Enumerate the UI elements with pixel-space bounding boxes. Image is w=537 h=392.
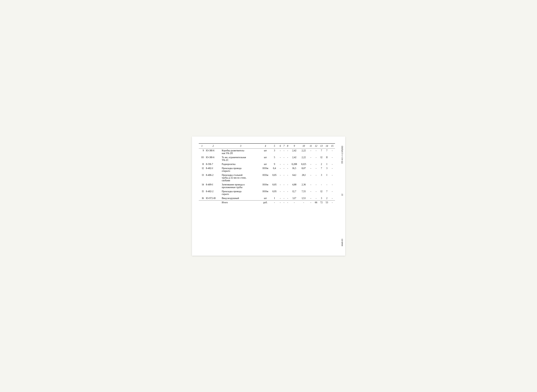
cell-4: IOOм: [260, 189, 270, 196]
cell-5: 5: [270, 155, 278, 162]
cell-13: 2: [319, 162, 324, 166]
cell-desc: Коробка разветвитель-ная УК-2П: [221, 149, 260, 155]
cell-8: -: [286, 189, 290, 196]
cell-15: -: [330, 166, 335, 173]
cell-4: шт: [260, 149, 270, 155]
cell-11: -: [308, 149, 313, 155]
cell-code: [205, 200, 221, 205]
cell-6: -: [278, 200, 282, 205]
cell-8: -: [286, 162, 290, 166]
cell-10: -: [299, 200, 308, 205]
cell-6: -: [278, 162, 282, 166]
table-row: I48-409-IЗатягивание провода впроложенны…: [199, 183, 335, 189]
cell-9: 3,I7: [290, 196, 299, 201]
col-header-11: 11: [308, 144, 313, 149]
cell-13: 7: [319, 166, 324, 173]
cell-5: 0,05: [270, 173, 278, 183]
cell-code: IO-38I-6: [205, 149, 221, 155]
cell-9: I2,7: [290, 189, 299, 196]
cell-10: 2,22: [299, 155, 308, 162]
cell-5: I: [270, 196, 278, 201]
col-header-2: 2: [205, 144, 221, 149]
cell-14: I: [324, 162, 330, 166]
main-table: 1 2 3 4 5 6 7 8 9 10 11 12 13 14 15 9IO-…: [199, 143, 335, 205]
cell-num: [199, 200, 205, 205]
cell-9: 2,42: [290, 149, 299, 155]
cell-desc: Прокладка проводаскрыто: [221, 189, 260, 196]
cell-7: -: [282, 173, 286, 183]
cell-12: -: [313, 173, 319, 183]
cell-9: -: [290, 200, 299, 205]
cell-num: I3: [199, 173, 205, 183]
cell-15: -: [330, 200, 335, 205]
cell-11: -: [308, 183, 313, 189]
col-header-6: 6: [278, 144, 282, 149]
col-header-15: 15: [330, 144, 335, 149]
table-row: I58-402-2Прокладка проводаскрытоIOOм0,95…: [199, 189, 335, 196]
label-bottom: 6640-03: [341, 239, 344, 246]
col-header-7: 7: [282, 144, 286, 149]
cell-14: I: [324, 173, 330, 183]
cell-4: руб.: [260, 200, 270, 205]
cell-6: -: [278, 183, 282, 189]
cell-14: 7: [324, 149, 330, 155]
table-row: I6IO-972-I8Ввод воздушныйштI---3,I7I,53-…: [199, 196, 335, 201]
cell-10: I,53: [299, 196, 308, 201]
cell-num: I6: [199, 196, 205, 201]
cell-8: -: [286, 200, 290, 205]
cell-14: 3: [324, 166, 330, 173]
cell-4: шт: [260, 155, 270, 162]
cell-14: 53: [324, 200, 330, 205]
cell-12: 66: [313, 200, 319, 205]
cell-15: -: [330, 196, 335, 201]
cell-desc: Прокладка стальнойтрубы д-32 мм по стене…: [221, 173, 260, 183]
col-header-1: 1: [199, 144, 205, 149]
label-tp: ТП 411-1-12.85(Ш): [341, 146, 344, 164]
table-row: I38-406-2Прокладка стальнойтрубы д-32 мм…: [199, 173, 335, 183]
cell-15: -: [330, 183, 335, 189]
cell-9: 2,42: [290, 155, 299, 162]
cell-6: -: [278, 189, 282, 196]
cell-12: -: [313, 166, 319, 173]
cell-10: 8,07: [299, 166, 308, 173]
cell-6: -: [278, 155, 282, 162]
cell-9: I6,5: [290, 166, 299, 173]
cell-8: -: [286, 196, 290, 201]
cell-11: -: [308, 173, 313, 183]
cell-desc: Радиорозетка: [221, 162, 260, 166]
cell-13: 7: [319, 149, 324, 155]
cell-code: 8-402-I: [205, 166, 221, 173]
cell-13: 3: [319, 196, 324, 201]
cell-code: 8-59I-7: [205, 162, 221, 166]
cell-9: 0,208: [290, 162, 299, 166]
cell-13: I2: [319, 189, 324, 196]
cell-4: IOOм: [260, 173, 270, 183]
cell-4: шт: [260, 162, 270, 166]
cell-8: -: [286, 166, 290, 173]
col-header-14: 14: [324, 144, 330, 149]
cell-12: -: [313, 155, 319, 162]
col-header-13: 13: [319, 144, 324, 149]
cell-7: -: [282, 189, 286, 196]
cell-12: -: [313, 149, 319, 155]
table-header: 1 2 3 4 5 6 7 8 9 10 11 12 13 14 15: [199, 144, 335, 149]
cell-11: -: [308, 162, 313, 166]
cell-14: 7: [324, 189, 330, 196]
cell-desc: Ввод воздушный: [221, 196, 260, 201]
cell-desc: Итого: [221, 200, 260, 205]
cell-4: шт: [260, 196, 270, 201]
cell-5: 0,4: [270, 166, 278, 173]
cell-7: -: [282, 166, 286, 173]
cell-6: -: [278, 166, 282, 173]
cell-5: 3: [270, 149, 278, 155]
cell-15: -: [330, 162, 335, 166]
cell-11: -: [308, 155, 313, 162]
cell-14: -: [324, 183, 330, 189]
cell-8: -: [286, 155, 290, 162]
cell-num: I2: [199, 166, 205, 173]
col-header-4: 4: [260, 144, 270, 149]
cell-num: 9: [199, 149, 205, 155]
col-header-12: 12: [313, 144, 319, 149]
cell-10: 2,36: [299, 183, 308, 189]
cell-num: IO: [199, 155, 205, 162]
